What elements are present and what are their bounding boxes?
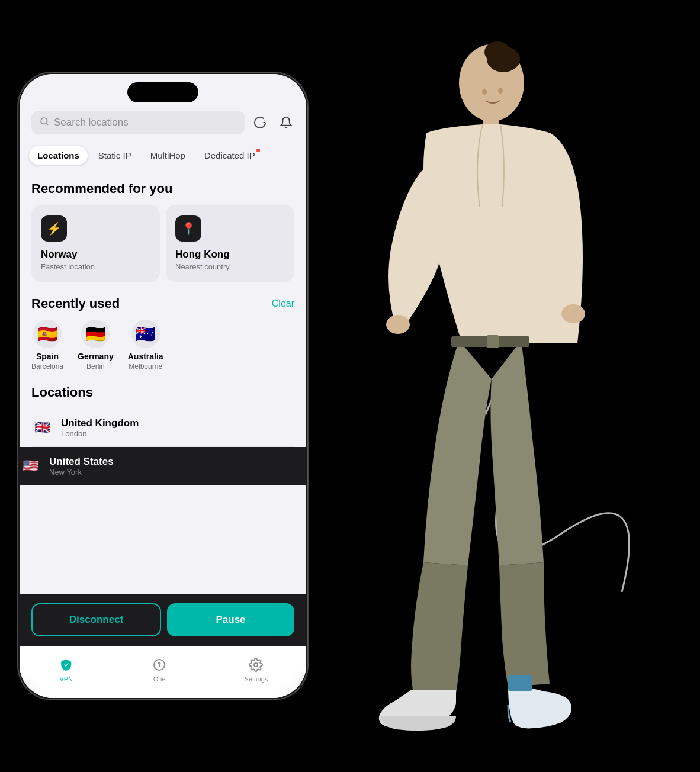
content-area: Recommended for you ⚡ Norway Fastest loc… — [20, 181, 306, 447]
australia-flag: 🇦🇺 — [131, 320, 160, 348]
settings-icon — [248, 657, 264, 673]
hongkong-country: Hong Kong — [175, 249, 285, 260]
phone-container: Search locations — [18, 72, 308, 700]
action-bar: Disconnect Pause — [20, 594, 306, 646]
norway-country: Norway — [41, 249, 150, 260]
tab-locations[interactable]: Locations — [29, 146, 88, 165]
svg-point-5 — [459, 44, 524, 121]
svg-point-7 — [487, 46, 520, 72]
uk-info: United Kingdom London — [61, 417, 139, 438]
tab-static-ip[interactable]: Static IP — [90, 146, 140, 165]
location-us-active[interactable]: 🇺🇸 United States New York — [20, 447, 306, 485]
search-placeholder: Search locations — [54, 117, 129, 128]
notification-icon[interactable] — [278, 114, 294, 131]
tab-multihop[interactable]: MultiHop — [142, 146, 194, 165]
recommended-title: Recommended for you — [31, 181, 294, 197]
recommended-card-hongkong[interactable]: 📍 Hong Kong Nearest country — [166, 205, 294, 282]
spain-city: Barcelona — [31, 362, 63, 371]
us-info: United States New York — [49, 456, 114, 477]
disconnect-button[interactable]: Disconnect — [31, 603, 161, 636]
phone-content: Search locations — [20, 74, 306, 698]
tab-dedicated-ip[interactable]: Dedicated IP — [196, 146, 264, 165]
tab-bar: VPN One — [20, 646, 306, 698]
uk-city: London — [61, 429, 139, 438]
germany-country: Germany — [78, 352, 114, 361]
us-country: United States — [49, 456, 114, 468]
australia-city: Melbourne — [129, 362, 162, 371]
pause-button[interactable]: Pause — [167, 603, 294, 636]
norway-subtitle: Fastest location — [41, 262, 150, 271]
action-buttons: Disconnect Pause — [31, 603, 294, 636]
germany-flag: 🇩🇪 — [81, 320, 110, 348]
search-input-wrapper[interactable]: Search locations — [31, 111, 245, 134]
hongkong-icon: 📍 — [175, 215, 201, 242]
settings-label: Settings — [245, 676, 268, 683]
us-flag: 🇺🇸 — [20, 455, 41, 477]
search-icon — [40, 117, 49, 128]
svg-rect-13 — [508, 675, 532, 691]
svg-point-0 — [41, 118, 47, 124]
hongkong-subtitle: Nearest country — [175, 262, 285, 271]
svg-point-8 — [482, 89, 487, 95]
clear-button[interactable]: Clear — [272, 298, 294, 309]
recently-header: Recently used Clear — [31, 296, 294, 311]
svg-point-6 — [484, 41, 510, 63]
phone-screen: Search locations — [20, 74, 306, 698]
svg-point-12 — [561, 304, 585, 323]
stats-icon[interactable] — [252, 114, 268, 131]
germany-city: Berlin — [86, 362, 105, 371]
norway-icon: ⚡ — [41, 215, 67, 242]
notification-dot — [256, 149, 260, 152]
tabbar-vpn[interactable]: VPN — [58, 657, 75, 683]
recent-row: 🇪🇸 Spain Barcelona 🇩🇪 Germany Berlin — [31, 320, 294, 371]
svg-point-2 — [254, 663, 258, 667]
spain-country: Spain — [36, 352, 59, 361]
svg-rect-10 — [483, 115, 499, 133]
svg-rect-15 — [487, 335, 499, 348]
recently-title: Recently used — [31, 296, 120, 311]
svg-point-9 — [498, 88, 503, 94]
uk-country: United Kingdom — [61, 417, 139, 429]
tabbar-settings[interactable]: Settings — [245, 657, 268, 683]
phone-frame: Search locations — [18, 72, 308, 700]
vpn-icon — [58, 657, 75, 673]
one-icon — [151, 657, 168, 673]
uk-flag: 🇬🇧 — [31, 417, 53, 438]
one-label: One — [153, 676, 166, 683]
scroll-area: Recommended for you ⚡ Norway Fastest loc… — [20, 172, 306, 680]
spain-flag: 🇪🇸 — [33, 320, 62, 348]
vpn-label: VPN — [59, 676, 73, 683]
recommended-grid: ⚡ Norway Fastest location 📍 Hong Kong Ne… — [31, 205, 294, 282]
recommended-card-norway[interactable]: ⚡ Norway Fastest location — [31, 205, 160, 282]
recent-germany[interactable]: 🇩🇪 Germany Berlin — [78, 320, 114, 371]
svg-rect-14 — [451, 336, 529, 347]
australia-country: Australia — [128, 352, 163, 361]
locations-title: Locations — [31, 385, 294, 400]
us-city: New York — [49, 468, 114, 477]
header-icons — [252, 114, 294, 131]
tabbar-one[interactable]: One — [151, 657, 168, 683]
svg-point-11 — [386, 315, 410, 334]
dynamic-island — [127, 82, 198, 102]
recent-australia[interactable]: 🇦🇺 Australia Melbourne — [128, 320, 163, 371]
location-uk[interactable]: 🇬🇧 United Kingdom London — [31, 408, 294, 447]
recent-spain[interactable]: 🇪🇸 Spain Barcelona — [31, 320, 63, 371]
search-bar: Search locations — [20, 104, 306, 141]
tabs-row: Locations Static IP MultiHop Dedicated I… — [20, 141, 306, 172]
